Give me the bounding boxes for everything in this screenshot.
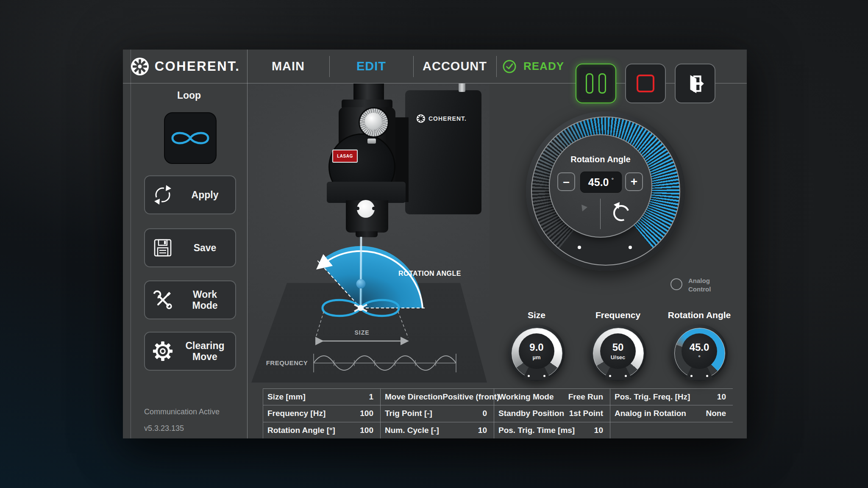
rotate-counterclockwise-icon[interactable]	[610, 200, 633, 224]
angle-unit: °	[612, 177, 614, 183]
gear-icon	[145, 341, 181, 362]
rotate-clockwise-icon[interactable]	[568, 202, 591, 227]
coherent-starburst-icon	[130, 57, 150, 76]
table-row: Move DirectionPositive (front)	[381, 388, 494, 405]
left-inset-line	[131, 50, 131, 438]
app-window: COHERENT. MAIN EDIT ACCOUNT READY	[123, 50, 747, 438]
table-cell-label: Pos. Trig. Time [ms]	[498, 426, 575, 435]
frequency-knob-title: Frequency	[576, 310, 660, 320]
table-cell-value: 100	[360, 409, 373, 418]
loop-mode-button[interactable]	[164, 112, 217, 164]
table-row: Pos. Trig. Freq. [Hz]10	[610, 388, 733, 405]
clearing-move-button[interactable]: Clearing Move	[144, 332, 236, 371]
size-knob-value: 9.0	[529, 342, 543, 352]
size-knob[interactable]: 9.0 µm	[508, 324, 565, 381]
table-cell-value: Positive (front)	[442, 392, 499, 402]
table-row: Num. Cycle [-]10	[381, 422, 494, 438]
angle-value: 45.0	[588, 176, 609, 189]
laser-beam	[361, 237, 361, 308]
frequency-caption: FREQUENCY	[255, 359, 319, 366]
rotation-dial[interactable]: Rotation Angle – 45.0 ° +	[526, 111, 685, 271]
table-cell-label: Num. Cycle [-]	[385, 426, 439, 435]
laser-illustration-panel: COHERENT. LASAG	[248, 83, 490, 383]
communication-status: Communication Active	[144, 408, 220, 416]
table-cell-value: None	[706, 409, 726, 418]
rotation-angle-caption: ROTATION ANGLE	[392, 270, 468, 277]
tab-account[interactable]: ACCOUNT	[413, 50, 496, 83]
clearing-move-label: Clearing Move	[181, 340, 235, 363]
table-column: Size [mm]1Frequency [Hz]100Rotation Angl…	[263, 388, 381, 438]
table-cell-label: Pos. Trig. Freq. [Hz]	[615, 392, 690, 402]
apply-label: Apply	[181, 189, 235, 200]
table-row: Working ModeFree Run	[494, 388, 610, 405]
focus-ball	[356, 279, 366, 288]
table-cell-label: Move Direction	[385, 392, 442, 402]
table-cell-value: 10	[478, 426, 487, 435]
parameter-table: Size [mm]1Frequency [Hz]100Rotation Angl…	[263, 388, 733, 438]
rotation-knob-value: 45.0	[690, 342, 709, 352]
brand-name: COHERENT.	[155, 59, 240, 74]
angle-value-display[interactable]: 45.0 °	[580, 172, 622, 193]
frequency-knob-unit: U/sec	[611, 354, 626, 360]
infinity-loop-icon	[168, 125, 212, 151]
table-cell-label: Standby Position	[498, 409, 564, 418]
rotation-angle-knob[interactable]: 45.0 °	[671, 324, 728, 381]
work-mode-button[interactable]: Work Mode	[144, 280, 236, 319]
dial-marker-dot	[578, 246, 581, 249]
apply-button[interactable]: Apply	[144, 175, 236, 214]
table-cell-value: 1st Point	[569, 409, 603, 418]
frequency-knob[interactable]: 50 U/sec	[590, 324, 646, 381]
table-cell-label: Analog in Rotation	[615, 409, 686, 418]
rotation-dial-face: Rotation Angle – 45.0 ° +	[549, 134, 652, 238]
table-row: Frequency [Hz]100	[263, 405, 380, 421]
process-diagram	[248, 83, 490, 383]
sync-arrows-icon	[145, 184, 181, 206]
size-caption: SIZE	[339, 329, 385, 336]
loop-label: Loop	[131, 90, 247, 101]
save-label: Save	[181, 242, 235, 253]
table-cell-value: 1	[369, 392, 373, 402]
table-cell-value: 100	[360, 426, 373, 435]
table-row: Size [mm]1	[263, 388, 380, 405]
tab-separator	[496, 56, 497, 77]
pause-icon	[586, 73, 606, 94]
table-cell-label: Frequency [Hz]	[267, 409, 326, 418]
stop-button[interactable]	[625, 64, 666, 103]
table-column: Pos. Trig. Freq. [Hz]10Analog in Rotatio…	[610, 388, 733, 438]
table-column: Working ModeFree RunStandby Position1st …	[494, 388, 610, 438]
exit-button[interactable]	[675, 64, 715, 103]
table-row: Trig Point [-]0	[381, 405, 494, 421]
save-button[interactable]: Save	[144, 228, 236, 267]
table-row: Pos. Trig. Time [ms]10	[494, 422, 610, 438]
tools-icon	[145, 289, 181, 311]
decrease-angle-button[interactable]: –	[557, 172, 575, 191]
table-column: Move DirectionPositive (front)Trig Point…	[381, 388, 494, 438]
table-cell-value: 10	[594, 426, 603, 435]
table-cell-value: 10	[717, 392, 726, 402]
work-mode-label: Work Mode	[181, 289, 235, 311]
tab-edit[interactable]: EDIT	[329, 50, 413, 83]
ready-check-icon	[502, 59, 517, 74]
size-knob-unit: µm	[532, 354, 540, 360]
stop-icon	[637, 75, 654, 92]
analog-control-radio[interactable]: Analog Control	[670, 277, 711, 293]
analog-label-line1: Analog	[688, 277, 710, 284]
increase-angle-button[interactable]: +	[625, 172, 643, 191]
table-cell-label: Rotation Angle [°]	[267, 426, 335, 435]
status-label: READY	[523, 60, 564, 73]
table-row: Rotation Angle [°]100	[263, 422, 380, 438]
radio-circle-icon[interactable]	[670, 278, 682, 290]
floppy-disk-icon	[145, 238, 181, 258]
tab-main[interactable]: MAIN	[247, 50, 329, 83]
frequency-knob-value: 50	[612, 342, 624, 352]
table-cell-label: Size [mm]	[267, 392, 306, 402]
status-indicator: READY	[502, 50, 564, 83]
table-row: Standby Position1st Point	[494, 405, 610, 421]
table-cell-value: 0	[482, 409, 487, 418]
pause-button[interactable]	[576, 64, 616, 103]
version-label: v5.3.23.135	[144, 424, 184, 433]
dial-title: Rotation Angle	[550, 155, 651, 164]
direction-divider	[600, 199, 601, 229]
table-row	[610, 422, 733, 438]
analog-label-line2: Control	[688, 286, 711, 293]
